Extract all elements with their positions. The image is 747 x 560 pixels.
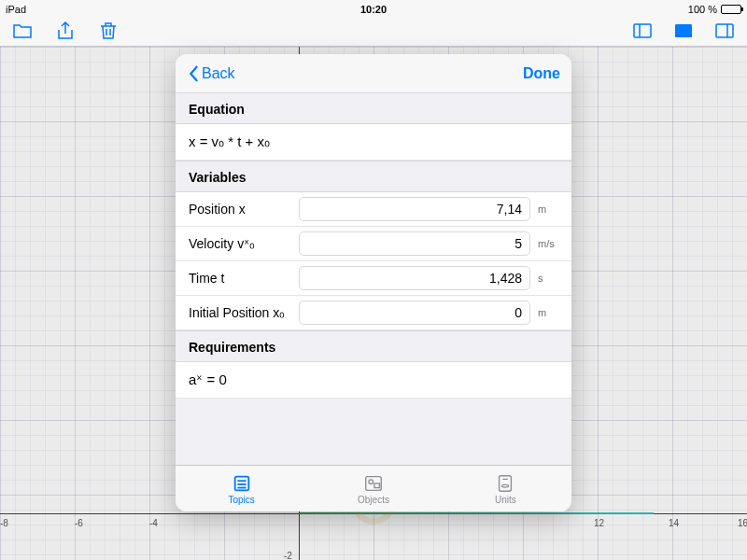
variable-row-position: Position x m (176, 192, 571, 227)
tab-label: Units (495, 495, 516, 505)
variable-unit: m (538, 307, 562, 318)
battery-icon (721, 5, 741, 14)
back-label: Back (202, 65, 235, 82)
popover-tabbar: Topics Objects Units (176, 465, 571, 511)
variable-row-velocity: Velocity vˣ₀ m/s (176, 227, 571, 261)
panel-left-icon[interactable] (631, 20, 654, 42)
popover-body: Equation x = v₀ * t + x₀ Variables Posit… (176, 93, 571, 465)
tab-topics[interactable]: Topics (176, 466, 307, 511)
statusbar: iPad 10:20 100 % (0, 0, 747, 19)
variable-row-time: Time t s (176, 261, 571, 296)
clock: 10:20 (360, 4, 387, 15)
variable-row-initial-position: Initial Position x₀ m (176, 296, 571, 330)
tab-label: Objects (358, 495, 389, 505)
back-button[interactable]: Back (187, 65, 235, 82)
svg-rect-4 (716, 24, 733, 37)
requirement-cell: aˣ = 0 (176, 362, 571, 399)
section-header-requirements: Requirements (176, 330, 571, 362)
variable-unit: s (538, 273, 562, 284)
panel-solid-icon[interactable] (672, 20, 695, 42)
variable-unit: m (538, 203, 562, 215)
variable-label: Position x (189, 202, 291, 217)
battery-percent: 100 % (688, 4, 717, 15)
svg-rect-17 (500, 475, 512, 491)
tab-label: Topics (228, 495, 254, 505)
share-icon[interactable] (54, 20, 77, 42)
popover-header: Back Done (176, 54, 571, 93)
variable-label: Time t (189, 271, 291, 286)
variable-input-velocity[interactable] (299, 231, 530, 256)
folder-icon[interactable] (11, 20, 34, 42)
svg-rect-16 (374, 483, 380, 488)
equation-cell: x = v₀ * t + x₀ (176, 124, 571, 161)
equation-popover: Back Done Equation x = v₀ * t + x₀ Varia… (176, 54, 571, 511)
section-header-equation: Equation (176, 93, 571, 124)
section-header-variables: Variables (176, 161, 571, 192)
variable-label: Initial Position x₀ (189, 305, 291, 320)
chevron-left-icon (187, 65, 200, 82)
variable-input-initial-position[interactable] (299, 301, 530, 325)
svg-point-15 (369, 479, 374, 483)
topics-icon (231, 473, 253, 494)
device-label: iPad (6, 4, 26, 15)
tab-units[interactable]: Units (440, 466, 571, 511)
tab-objects[interactable]: Objects (307, 466, 439, 511)
units-icon (494, 473, 516, 494)
svg-rect-3 (675, 24, 692, 37)
panel-right-icon[interactable] (713, 20, 736, 42)
svg-rect-1 (634, 24, 651, 37)
trash-icon[interactable] (97, 20, 120, 42)
variable-unit: m/s (538, 238, 562, 249)
variable-label: Velocity vˣ₀ (189, 236, 291, 251)
variable-input-position[interactable] (299, 197, 530, 221)
objects-icon (362, 473, 385, 494)
variable-input-time[interactable] (299, 266, 530, 290)
done-button[interactable]: Done (523, 65, 560, 82)
